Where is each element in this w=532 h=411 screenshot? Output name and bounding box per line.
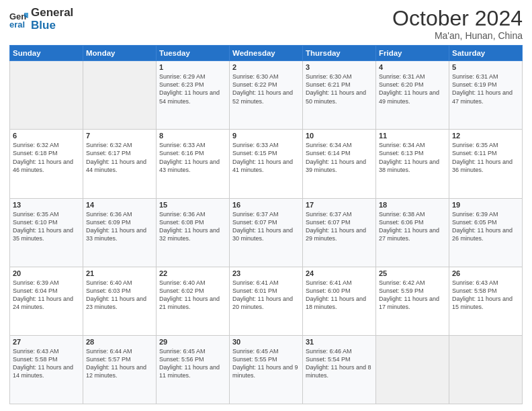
day-info: Sunrise: 6:33 AM Sunset: 6:16 PM Dayligh… [159,141,226,174]
day-number: 8 [159,132,226,140]
day-number: 9 [232,132,300,140]
title-area: October 2024 Ma'an, Hunan, China [392,7,523,41]
day-info: Sunrise: 6:38 AM Sunset: 6:06 PM Dayligh… [379,210,446,243]
calendar-cell: 4Sunrise: 6:31 AM Sunset: 6:20 PM Daylig… [376,61,449,130]
calendar-cell: 1Sunrise: 6:29 AM Sunset: 6:23 PM Daylig… [157,61,230,130]
day-info: Sunrise: 6:35 AM Sunset: 6:11 PM Dayligh… [452,141,519,174]
calendar-cell: 29Sunrise: 6:45 AM Sunset: 5:56 PM Dayli… [157,335,230,404]
calendar-cell: 10Sunrise: 6:34 AM Sunset: 6:14 PM Dayli… [303,130,376,198]
day-info: Sunrise: 6:45 AM Sunset: 5:55 PM Dayligh… [232,347,300,380]
day-number: 24 [306,269,373,277]
day-info: Sunrise: 6:41 AM Sunset: 6:01 PM Dayligh… [232,279,300,312]
calendar-cell: 18Sunrise: 6:38 AM Sunset: 6:06 PM Dayli… [376,198,449,267]
day-info: Sunrise: 6:32 AM Sunset: 6:18 PM Dayligh… [13,141,80,174]
day-info: Sunrise: 6:37 AM Sunset: 6:07 PM Dayligh… [232,210,300,243]
day-info: Sunrise: 6:34 AM Sunset: 6:13 PM Dayligh… [379,141,446,174]
calendar-cell: 22Sunrise: 6:40 AM Sunset: 6:02 PM Dayli… [157,267,230,335]
calendar-cell: 27Sunrise: 6:43 AM Sunset: 5:58 PM Dayli… [10,335,83,404]
day-info: Sunrise: 6:42 AM Sunset: 5:59 PM Dayligh… [379,279,446,312]
main-title: October 2024 [392,7,523,30]
calendar-cell: 14Sunrise: 6:36 AM Sunset: 6:09 PM Dayli… [83,198,157,267]
day-number: 13 [13,201,80,209]
day-info: Sunrise: 6:36 AM Sunset: 6:08 PM Dayligh… [159,210,226,243]
calendar-cell: 25Sunrise: 6:42 AM Sunset: 5:59 PM Dayli… [376,267,449,335]
calendar-cell: 12Sunrise: 6:35 AM Sunset: 6:11 PM Dayli… [449,130,523,198]
day-number: 18 [379,201,446,209]
weekday-header-tuesday: Tuesday [157,46,230,61]
calendar-cell: 8Sunrise: 6:33 AM Sunset: 6:16 PM Daylig… [157,130,230,198]
day-number: 28 [86,338,153,346]
day-number: 30 [232,338,300,346]
calendar-cell: 2Sunrise: 6:30 AM Sunset: 6:22 PM Daylig… [230,61,303,130]
logo-line1: General [31,7,73,19]
day-number: 11 [379,132,446,140]
calendar-cell [449,335,523,404]
day-info: Sunrise: 6:34 AM Sunset: 6:14 PM Dayligh… [306,141,373,174]
day-info: Sunrise: 6:32 AM Sunset: 6:17 PM Dayligh… [86,141,153,174]
weekday-header-sunday: Sunday [10,46,83,61]
day-info: Sunrise: 6:36 AM Sunset: 6:09 PM Dayligh… [86,210,153,243]
day-number: 29 [159,338,226,346]
day-info: Sunrise: 6:30 AM Sunset: 6:21 PM Dayligh… [306,73,373,105]
day-number: 14 [86,201,153,209]
day-number: 15 [159,201,226,209]
day-info: Sunrise: 6:35 AM Sunset: 6:10 PM Dayligh… [13,210,80,243]
day-info: Sunrise: 6:33 AM Sunset: 6:15 PM Dayligh… [232,141,300,174]
calendar-cell: 20Sunrise: 6:39 AM Sunset: 6:04 PM Dayli… [10,267,83,335]
calendar-table: SundayMondayTuesdayWednesdayThursdayFrid… [9,45,523,404]
day-info: Sunrise: 6:43 AM Sunset: 5:58 PM Dayligh… [13,347,80,380]
day-info: Sunrise: 6:39 AM Sunset: 6:04 PM Dayligh… [13,279,80,312]
day-number: 10 [306,132,373,140]
day-number: 7 [86,132,153,140]
calendar-cell [83,61,157,130]
weekday-header-thursday: Thursday [303,46,376,61]
calendar-cell: 19Sunrise: 6:39 AM Sunset: 6:05 PM Dayli… [449,198,523,267]
day-info: Sunrise: 6:44 AM Sunset: 5:57 PM Dayligh… [86,347,153,380]
day-number: 22 [159,269,226,277]
day-info: Sunrise: 6:29 AM Sunset: 6:23 PM Dayligh… [159,73,226,105]
day-info: Sunrise: 6:37 AM Sunset: 6:07 PM Dayligh… [306,210,373,243]
calendar-cell: 17Sunrise: 6:37 AM Sunset: 6:07 PM Dayli… [303,198,376,267]
day-number: 4 [379,63,446,71]
weekday-header-wednesday: Wednesday [230,46,303,61]
day-info: Sunrise: 6:45 AM Sunset: 5:56 PM Dayligh… [159,347,226,380]
calendar-cell: 16Sunrise: 6:37 AM Sunset: 6:07 PM Dayli… [230,198,303,267]
day-number: 19 [452,201,519,209]
calendar-cell: 24Sunrise: 6:41 AM Sunset: 6:00 PM Dayli… [303,267,376,335]
day-info: Sunrise: 6:43 AM Sunset: 5:58 PM Dayligh… [452,279,519,312]
day-number: 20 [13,269,80,277]
calendar-cell: 21Sunrise: 6:40 AM Sunset: 6:03 PM Dayli… [83,267,157,335]
day-info: Sunrise: 6:31 AM Sunset: 6:19 PM Dayligh… [452,73,519,105]
calendar-cell: 31Sunrise: 6:46 AM Sunset: 5:54 PM Dayli… [303,335,376,404]
calendar-cell [376,335,449,404]
day-number: 17 [306,201,373,209]
day-number: 26 [452,269,519,277]
calendar-cell: 28Sunrise: 6:44 AM Sunset: 5:57 PM Dayli… [83,335,157,404]
day-number: 2 [232,63,300,71]
logo-icon: Gen eral [9,10,28,29]
calendar-cell: 23Sunrise: 6:41 AM Sunset: 6:01 PM Dayli… [230,267,303,335]
calendar-cell [10,61,83,130]
svg-text:eral: eral [9,19,25,29]
weekday-header-friday: Friday [376,46,449,61]
calendar-cell: 5Sunrise: 6:31 AM Sunset: 6:19 PM Daylig… [449,61,523,130]
day-info: Sunrise: 6:31 AM Sunset: 6:20 PM Dayligh… [379,73,446,105]
day-number: 25 [379,269,446,277]
day-number: 31 [306,338,373,346]
logo-line2: Blue [31,19,73,32]
calendar-cell: 7Sunrise: 6:32 AM Sunset: 6:17 PM Daylig… [83,130,157,198]
day-info: Sunrise: 6:39 AM Sunset: 6:05 PM Dayligh… [452,210,519,243]
calendar-cell: 26Sunrise: 6:43 AM Sunset: 5:58 PM Dayli… [449,267,523,335]
calendar-cell: 3Sunrise: 6:30 AM Sunset: 6:21 PM Daylig… [303,61,376,130]
calendar-cell: 13Sunrise: 6:35 AM Sunset: 6:10 PM Dayli… [10,198,83,267]
day-number: 1 [159,63,226,71]
day-number: 16 [232,201,300,209]
day-info: Sunrise: 6:46 AM Sunset: 5:54 PM Dayligh… [306,347,373,380]
day-number: 21 [86,269,153,277]
day-number: 6 [13,132,80,140]
day-info: Sunrise: 6:40 AM Sunset: 6:02 PM Dayligh… [159,279,226,312]
day-number: 5 [452,63,519,71]
calendar-cell: 11Sunrise: 6:34 AM Sunset: 6:13 PM Dayli… [376,130,449,198]
day-number: 12 [452,132,519,140]
day-number: 27 [13,338,80,346]
